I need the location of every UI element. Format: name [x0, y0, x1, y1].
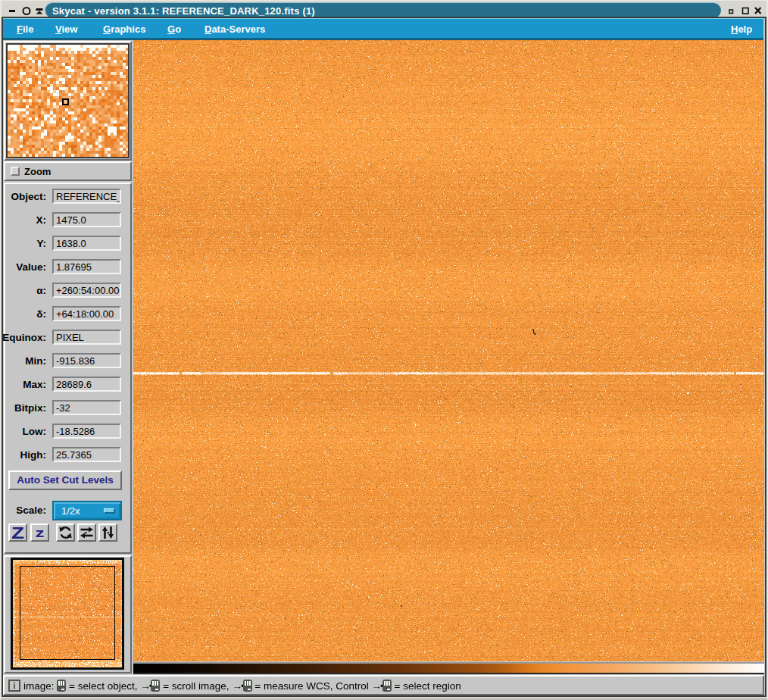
svg-text:Z: Z	[11, 525, 24, 540]
svg-text:z: z	[36, 526, 45, 540]
